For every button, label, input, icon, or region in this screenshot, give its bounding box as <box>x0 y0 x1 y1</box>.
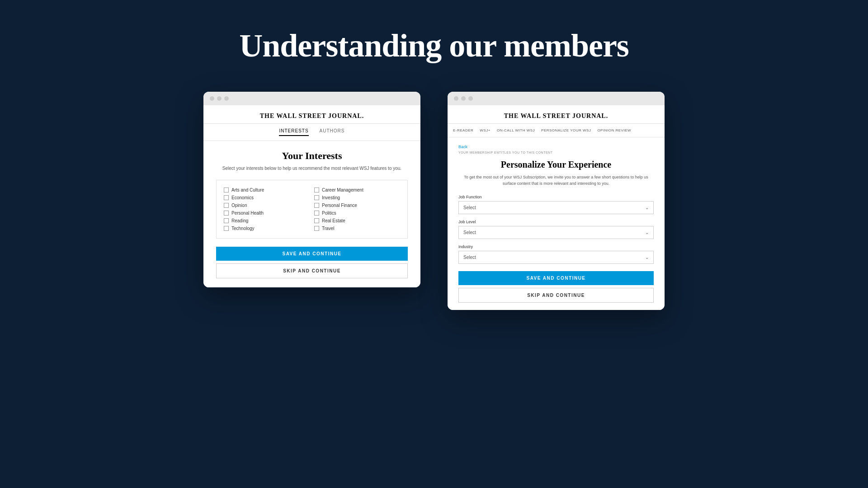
job-level-label: Job Level <box>458 220 654 224</box>
membership-notice: YOUR MEMBERSHIP ENTITLES YOU TO THIS CON… <box>458 151 654 154</box>
checkbox-personal-finance[interactable] <box>314 203 319 208</box>
industry-value: Select <box>463 255 476 260</box>
industry-label: Industry <box>458 244 654 249</box>
checkbox-economics[interactable] <box>224 195 229 200</box>
checkbox-investing[interactable] <box>314 195 319 200</box>
wsj-logo-right: THE WALL STREET JOURNAL. <box>448 105 665 124</box>
list-item[interactable]: Reading <box>224 218 310 223</box>
browser-dot-red-right <box>454 96 458 101</box>
nav-wsjplus[interactable]: WSJ+ <box>480 128 491 132</box>
save-continue-button-right[interactable]: SAVE AND CONTINUE <box>458 271 654 285</box>
nav-ereader[interactable]: E-READER <box>453 128 473 132</box>
interest-label-reading: Reading <box>231 218 248 223</box>
list-item[interactable]: Politics <box>314 211 400 216</box>
list-item[interactable]: Arts and Culture <box>224 188 310 192</box>
interest-label-opinion: Opinion <box>231 203 247 208</box>
browser-dot-green-right <box>468 96 473 101</box>
job-function-group: Job Function Select ⌄ <box>458 195 654 214</box>
right-buttons: SAVE AND CONTINUE SKIP AND CONTINUE <box>458 271 654 303</box>
job-function-value: Select <box>463 205 476 210</box>
list-item[interactable]: Economics <box>224 195 310 200</box>
interest-label-travel: Travel <box>322 226 334 231</box>
industry-select[interactable]: Select ⌄ <box>458 251 654 264</box>
skip-continue-button-right[interactable]: SKIP AND CONTINUE <box>458 288 654 303</box>
interest-label-technology: Technology <box>231 226 255 231</box>
job-function-select[interactable]: Select ⌄ <box>458 201 654 214</box>
list-item[interactable]: Personal Health <box>224 211 310 216</box>
personalize-subtitle: To get the most out of your WSJ Subscrip… <box>458 174 654 187</box>
personalize-body: Back YOUR MEMBERSHIP ENTITLES YOU TO THI… <box>448 137 665 310</box>
checkbox-career[interactable] <box>314 188 319 192</box>
browser-chrome-right <box>448 92 665 105</box>
browsers-container: THE WALL STREET JOURNAL. INTERESTS AUTHO… <box>203 92 665 310</box>
browser-dot-yellow-right <box>461 96 466 101</box>
checkbox-opinion[interactable] <box>224 203 229 208</box>
list-item[interactable]: Opinion <box>224 203 310 208</box>
nav-interests[interactable]: INTERESTS <box>279 128 308 136</box>
list-item[interactable]: Investing <box>314 195 400 200</box>
checkbox-reading[interactable] <box>224 218 229 223</box>
browser-chrome-left <box>203 92 420 105</box>
chevron-down-icon: ⌄ <box>645 255 649 260</box>
checkbox-travel[interactable] <box>314 226 319 231</box>
nav-oncall[interactable]: ON-CALL WITH WSJ <box>497 128 535 132</box>
right-nav: E-READER WSJ+ ON-CALL WITH WSJ PERSONALI… <box>448 124 665 137</box>
list-item[interactable]: Travel <box>314 226 400 231</box>
right-browser-content: THE WALL STREET JOURNAL. E-READER WSJ+ O… <box>448 105 665 310</box>
list-item[interactable]: Personal Finance <box>314 203 400 208</box>
personalize-title: Personalize Your Experience <box>458 160 654 170</box>
interests-subtitle: Select your interests below to help us r… <box>216 165 408 172</box>
wsj-logo-left: THE WALL STREET JOURNAL. <box>203 105 420 124</box>
right-browser-window: THE WALL STREET JOURNAL. E-READER WSJ+ O… <box>448 92 665 310</box>
nav-personalize[interactable]: PERSONALIZE YOUR WSJ <box>541 128 591 132</box>
nav-opinion[interactable]: OPINION REVIEW <box>597 128 631 132</box>
interests-grid: Arts and Culture Career Management Econo… <box>216 180 408 239</box>
checkbox-real-estate[interactable] <box>314 218 319 223</box>
save-continue-button-left[interactable]: SAVE AND CONTINUE <box>216 247 408 261</box>
interest-label-arts: Arts and Culture <box>231 188 264 192</box>
nav-authors[interactable]: AUTHORS <box>320 128 345 136</box>
left-browser-content: THE WALL STREET JOURNAL. INTERESTS AUTHO… <box>203 105 420 287</box>
checkbox-technology[interactable] <box>224 226 229 231</box>
list-item[interactable]: Career Management <box>314 188 400 192</box>
chevron-down-icon: ⌄ <box>645 230 649 235</box>
interests-nav: INTERESTS AUTHORS <box>203 124 420 141</box>
interest-label-career: Career Management <box>322 188 363 192</box>
list-item[interactable]: Real Estate <box>314 218 400 223</box>
job-level-value: Select <box>463 230 476 235</box>
list-item[interactable]: Technology <box>224 226 310 231</box>
job-function-label: Job Function <box>458 195 654 199</box>
chevron-down-icon: ⌄ <box>645 205 649 210</box>
checkbox-politics[interactable] <box>314 211 319 216</box>
interest-label-politics: Politics <box>322 211 336 216</box>
checkbox-personal-health[interactable] <box>224 211 229 216</box>
left-browser-window: THE WALL STREET JOURNAL. INTERESTS AUTHO… <box>203 92 420 287</box>
interests-body: Your Interests Select your interests bel… <box>203 141 420 287</box>
industry-group: Industry Select ⌄ <box>458 244 654 264</box>
interest-label-personal-health: Personal Health <box>231 211 264 216</box>
interests-title: Your Interests <box>216 150 408 162</box>
job-level-select[interactable]: Select ⌄ <box>458 226 654 239</box>
page-title: Understanding our members <box>239 27 629 65</box>
interest-label-personal-finance: Personal Finance <box>322 203 357 208</box>
browser-dot-green <box>224 96 229 101</box>
interest-label-investing: Investing <box>322 195 340 200</box>
interest-label-real-estate: Real Estate <box>322 218 345 223</box>
back-link[interactable]: Back <box>458 145 654 149</box>
interest-label-economics: Economics <box>231 195 254 200</box>
job-level-group: Job Level Select ⌄ <box>458 220 654 239</box>
checkbox-arts[interactable] <box>224 188 229 192</box>
skip-continue-button-left[interactable]: SKIP AND CONTINUE <box>216 263 408 278</box>
browser-dot-yellow <box>217 96 222 101</box>
browser-dot-red <box>210 96 214 101</box>
